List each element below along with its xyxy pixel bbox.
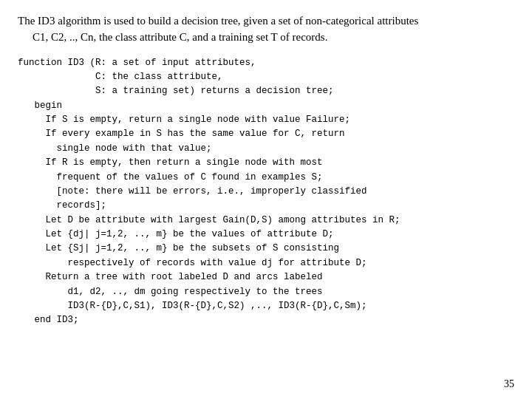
intro-line1: The ID3 algorithm is used to build a dec… [18, 15, 418, 27]
code-block: function ID3 (R: a set of input attribut… [18, 56, 514, 328]
page-number: 35 [504, 378, 514, 390]
intro-line2: C1, C2, .., Cn, the class attribute C, a… [18, 31, 327, 43]
intro-paragraph: The ID3 algorithm is used to build a dec… [18, 13, 514, 46]
page-container: The ID3 algorithm is used to build a dec… [0, 0, 532, 399]
